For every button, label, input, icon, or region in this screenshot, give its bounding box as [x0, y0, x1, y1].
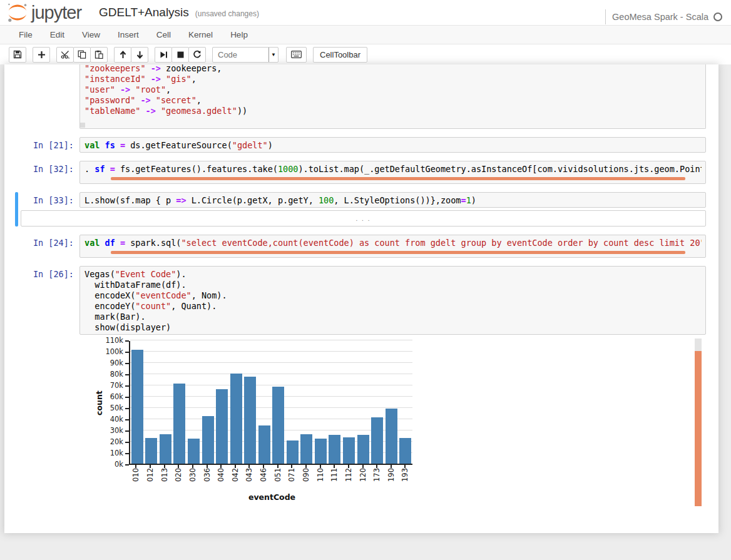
input-prompt: In [24]:	[4, 235, 79, 258]
copy-cells-button[interactable]	[73, 47, 91, 63]
menu-item-kernel[interactable]: Kernel	[180, 26, 222, 44]
bar	[315, 439, 327, 464]
collapsed-output[interactable]: . . .	[21, 210, 706, 227]
move-up-icon	[119, 51, 127, 59]
horizontal-scrollbar-thumb[interactable]	[111, 177, 685, 180]
x-tick-label: 040	[217, 468, 225, 482]
cell-type-select[interactable]: Code ▼	[212, 47, 279, 63]
code-cell: In [21]:val fs = ds.getFeatureSource("gd…	[4, 137, 718, 153]
x-tick-label: 020	[174, 468, 183, 482]
x-tick-label: 012	[146, 468, 155, 482]
cell-input[interactable]: Vegas("Event Code"). withDataFrame(df). …	[79, 266, 706, 335]
jupyter-logo-icon	[6, 1, 29, 24]
x-tick-label: 071	[287, 468, 296, 482]
save-icon	[13, 50, 22, 59]
y-axis-labels: 0k10k20k30k40k50k60k70k80k90k100k110k	[104, 341, 129, 465]
code-editor: "zookeepers" -> zookeepers, "instanceId"…	[84, 64, 702, 127]
y-tick-label: 30k	[110, 427, 123, 434]
interrupt-kernel-button[interactable]	[171, 47, 189, 63]
x-tick-label: 036	[203, 468, 212, 482]
jupyter-wordmark: jupyter	[31, 3, 81, 23]
code-cell: In [26]:Vegas("Event Code"). withDataFra…	[4, 266, 718, 506]
menu-item-cell[interactable]: Cell	[148, 26, 180, 44]
vertical-scrollbar-thumb[interactable]	[695, 351, 702, 506]
celltoolbar-button[interactable]: CellToolbar	[313, 47, 367, 63]
gridline	[130, 340, 412, 340]
cell-input[interactable]: val fs = ds.getFeatureSource("gdelt")	[79, 137, 706, 153]
kernel-idle-icon	[713, 13, 722, 21]
x-tick-label: 193	[401, 468, 409, 482]
menu-item-insert[interactable]: Insert	[109, 26, 148, 44]
paste-icon	[95, 50, 103, 59]
y-tick-label: 70k	[110, 382, 123, 389]
horizontal-scrollbar-thumb[interactable]	[80, 123, 85, 128]
bar	[258, 425, 270, 464]
celltoolbar-label: CellToolbar	[320, 50, 360, 59]
notebook-title[interactable]: GDELT+Analysis	[99, 6, 189, 19]
cell-type-value: Code	[213, 50, 268, 59]
bar	[145, 438, 157, 464]
insert-cell-button[interactable]	[33, 47, 50, 63]
x-tick-label: 046	[259, 468, 268, 482]
x-tick-label: 111	[330, 468, 339, 482]
vertical-scrollbar[interactable]	[695, 339, 702, 506]
chevron-down-icon: ▼	[268, 48, 278, 62]
bar	[230, 374, 242, 464]
code-editor: val fs = ds.getFeatureSource("gdelt")	[84, 140, 702, 151]
x-tick-label: 051	[273, 468, 282, 482]
stop-icon	[177, 51, 184, 58]
horizontal-scrollbar[interactable]	[84, 250, 702, 256]
code-editor: . sf = fs.getFeatures().features.take(10…	[84, 164, 702, 175]
add-cell-icon	[38, 51, 46, 59]
code-editor: Vegas("Event Code"). withDataFrame(df). …	[84, 269, 702, 333]
x-tick-label: 043	[245, 468, 253, 482]
bar	[272, 387, 284, 464]
x-tick-label: 190	[387, 468, 396, 482]
toolbar: Code ▼ CellToolbar	[0, 44, 731, 64]
y-tick-label: 80k	[110, 371, 123, 378]
bar	[300, 434, 312, 464]
divider	[605, 9, 606, 24]
y-tick-label: 40k	[110, 416, 123, 423]
jupyter-logo[interactable]: jupyter	[6, 1, 81, 24]
x-tick-label: 042	[231, 468, 240, 482]
move-cell-up-button[interactable]	[114, 47, 131, 63]
cell-input[interactable]: "zookeepers" -> zookeepers, "instanceId"…	[79, 64, 706, 129]
y-tick-label: 60k	[110, 394, 123, 400]
run-cell-button[interactable]	[155, 47, 172, 63]
selected-cell-indicator	[15, 192, 18, 227]
bar	[329, 435, 340, 464]
notebook-container: "zookeepers" -> zookeepers, "instanceId"…	[4, 64, 718, 533]
input-prompt: In [26]:	[4, 266, 79, 335]
x-tick-label: 013	[160, 468, 169, 482]
cell-input[interactable]: . sf = fs.getFeatures().features.take(10…	[79, 161, 706, 184]
keyboard-icon	[291, 51, 302, 58]
save-button[interactable]	[9, 47, 26, 63]
menu-item-view[interactable]: View	[73, 26, 109, 44]
command-palette-button[interactable]	[286, 47, 307, 63]
cell-input[interactable]: L.show(sf.map { p => L.Circle(p.getX, p.…	[79, 192, 706, 208]
horizontal-scrollbar-thumb[interactable]	[111, 251, 685, 254]
code-cell: In [24]:val df = spark.sql("select event…	[4, 235, 718, 258]
menu-item-file[interactable]: File	[10, 26, 41, 44]
menu-item-help[interactable]: Help	[222, 26, 257, 44]
code-cell: "zookeepers" -> zookeepers, "instanceId"…	[4, 64, 718, 129]
bar	[173, 384, 185, 464]
vertical-scrollbar-track[interactable]	[695, 339, 702, 351]
y-axis-title: count	[94, 341, 104, 465]
restart-kernel-button[interactable]	[188, 47, 206, 63]
notebook-site: "zookeepers" -> zookeepers, "instanceId"…	[0, 64, 731, 560]
menu-item-edit[interactable]: Edit	[41, 26, 73, 44]
header: jupyter GDELT+Analysis (unsaved changes)…	[0, 0, 731, 25]
move-cell-down-button[interactable]	[131, 47, 148, 63]
cut-cells-button[interactable]	[56, 47, 74, 63]
horizontal-scrollbar[interactable]	[84, 176, 702, 182]
bar	[188, 439, 200, 464]
bar	[386, 409, 397, 464]
bar	[202, 416, 214, 464]
cell-input[interactable]: val df = spark.sql("select eventCode,cou…	[79, 235, 706, 258]
x-tick-label: 090	[302, 468, 310, 482]
code-cell: In [32]:. sf = fs.getFeatures().features…	[4, 161, 718, 184]
restart-icon	[193, 50, 202, 59]
paste-cells-button[interactable]	[90, 47, 108, 63]
